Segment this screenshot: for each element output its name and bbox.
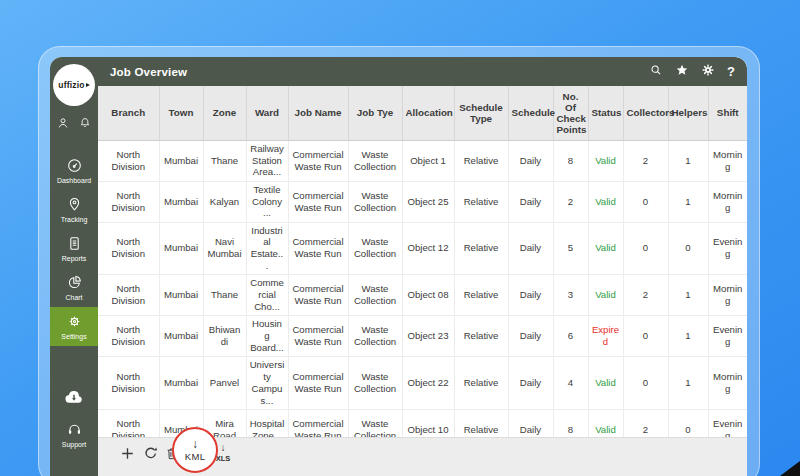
notifications-bell-icon[interactable] xyxy=(78,116,92,134)
user-icon[interactable] xyxy=(56,116,70,134)
page-title: Job Overview xyxy=(110,66,187,78)
table-row[interactable]: North DivisionMumbaiNavi MumbaiIndustria… xyxy=(98,222,747,275)
table-cell: Kalyan xyxy=(203,181,246,222)
table-cell: Daily xyxy=(508,140,553,181)
column-header[interactable]: Status xyxy=(588,86,623,140)
job-table: BranchTownZoneWardJob NameJob TyeAllocat… xyxy=(98,86,747,451)
add-button[interactable] xyxy=(119,445,137,463)
gear-icon[interactable] xyxy=(701,63,715,81)
sidebar-item-label: Reports xyxy=(62,255,87,262)
column-header[interactable]: Ward xyxy=(246,86,288,140)
column-header[interactable]: Job Tye xyxy=(348,86,402,140)
table-cell: Mumbai xyxy=(159,316,203,357)
table-cell: North Division xyxy=(98,275,159,316)
table-cell: Bhiwandi xyxy=(203,316,246,357)
main-panel: Job Overview xyxy=(98,57,747,476)
table-cell: Daily xyxy=(508,275,553,316)
status-badge: Valid xyxy=(588,357,623,410)
job-table-container: BranchTownZoneWardJob NameJob TyeAllocat… xyxy=(98,86,747,476)
table-cell: Daily xyxy=(508,222,553,275)
table-cell: Commercial Waste Run xyxy=(288,357,348,410)
table-cell: Object 08 xyxy=(402,275,454,316)
sidebar-item-support[interactable]: Support xyxy=(62,421,87,448)
export-kml-button-highlighted[interactable]: ↓ KML xyxy=(172,427,218,473)
favorite-star-icon[interactable] xyxy=(675,63,689,81)
table-cell: North Division xyxy=(98,357,159,410)
table-cell: Waste Collection xyxy=(348,275,402,316)
column-header[interactable]: Allocation xyxy=(402,86,454,140)
table-cell: Commercial Waste Run xyxy=(288,316,348,357)
table-cell: North Division xyxy=(98,181,159,222)
table-cell: 0 xyxy=(623,222,668,275)
table-cell: Mumbai xyxy=(159,222,203,275)
table-cell: Mumbai xyxy=(159,275,203,316)
support-headset-icon xyxy=(66,421,83,439)
bottom-toolbar: ↓ XLS ↓ KML xyxy=(98,437,747,476)
column-header[interactable]: Collectors xyxy=(623,86,668,140)
table-row[interactable]: North DivisionMumbaiThaneCommercial Cho.… xyxy=(98,275,747,316)
table-cell: Railway Station Area... xyxy=(246,140,288,181)
table-cell: Thane xyxy=(203,140,246,181)
column-header[interactable]: Shift xyxy=(708,86,747,140)
table-cell: Object 23 xyxy=(402,316,454,357)
table-cell: Object 12 xyxy=(402,222,454,275)
sidebar-item-dashboard[interactable]: Dashboard xyxy=(50,151,98,190)
table-cell: 2 xyxy=(623,140,668,181)
table-cell: Daily xyxy=(508,181,553,222)
table-cell: 1 xyxy=(668,275,708,316)
table-cell: Daily xyxy=(508,357,553,410)
column-header[interactable]: Branch xyxy=(98,86,159,140)
table-cell: Relative xyxy=(454,316,508,357)
table-row[interactable]: North DivisionMumbaiKalyanTextile Colony… xyxy=(98,181,747,222)
table-row[interactable]: North DivisionMumbaiPanvelUniversity Cam… xyxy=(98,357,747,410)
column-header[interactable]: Schedule Type xyxy=(454,86,508,140)
sidebar-item-tracking[interactable]: Tracking xyxy=(50,190,98,229)
table-cell: 5 xyxy=(553,222,588,275)
settings-gear-icon xyxy=(66,313,83,331)
table-cell: 0 xyxy=(623,357,668,410)
search-icon[interactable] xyxy=(649,63,663,81)
brand-logo[interactable]: uffizio xyxy=(53,64,95,106)
table-cell: Housing Board... xyxy=(246,316,288,357)
table-cell: Commercial Waste Run xyxy=(288,181,348,222)
refresh-button[interactable] xyxy=(142,445,160,463)
sidebar-nav: Dashboard Tracking Repor xyxy=(50,151,98,346)
table-cell: 1 xyxy=(668,181,708,222)
column-header[interactable]: Helpers xyxy=(668,86,708,140)
table-cell: 3 xyxy=(553,275,588,316)
table-cell: 6 xyxy=(553,316,588,357)
sidebar-item-reports[interactable]: Reports xyxy=(50,229,98,268)
table-row[interactable]: North DivisionMumbaiThaneRailway Station… xyxy=(98,140,747,181)
table-cell: Commercial Waste Run xyxy=(288,275,348,316)
column-header[interactable]: Schedule xyxy=(508,86,553,140)
table-cell: 1 xyxy=(668,316,708,357)
pie-chart-icon xyxy=(66,274,83,292)
table-cell: Object 25 xyxy=(402,181,454,222)
column-header[interactable]: Zone xyxy=(203,86,246,140)
help-icon[interactable]: ? xyxy=(727,64,735,79)
sidebar-item-label: Dashboard xyxy=(57,177,91,184)
column-header[interactable]: Job Name xyxy=(288,86,348,140)
app-window: uffizio Dashb xyxy=(50,57,747,476)
table-cell: Morning xyxy=(708,275,747,316)
table-cell: 2 xyxy=(623,275,668,316)
table-cell: Mumbai xyxy=(159,357,203,410)
column-header[interactable]: Town xyxy=(159,86,203,140)
download-arrow-icon: ↓ xyxy=(192,438,198,450)
sidebar-item-settings[interactable]: Settings xyxy=(50,307,98,346)
status-badge: Valid xyxy=(588,140,623,181)
export-kml-label: KML xyxy=(185,451,205,462)
tracking-pin-icon xyxy=(66,196,83,214)
table-cell: Panvel xyxy=(203,357,246,410)
sidebar: uffizio Dashb xyxy=(50,57,98,476)
status-badge: Valid xyxy=(588,181,623,222)
table-cell: Waste Collection xyxy=(348,181,402,222)
cloud-download-button[interactable] xyxy=(63,387,85,409)
sidebar-item-label: Tracking xyxy=(61,216,88,223)
column-header[interactable]: No. Of Check Points xyxy=(553,86,588,140)
brand-logo-text: uffizio xyxy=(58,80,84,90)
sidebar-item-chart[interactable]: Chart xyxy=(50,268,98,307)
export-xls-label: XLS xyxy=(216,454,231,463)
table-cell: 4 xyxy=(553,357,588,410)
table-row[interactable]: North DivisionMumbaiBhiwandiHousing Boar… xyxy=(98,316,747,357)
